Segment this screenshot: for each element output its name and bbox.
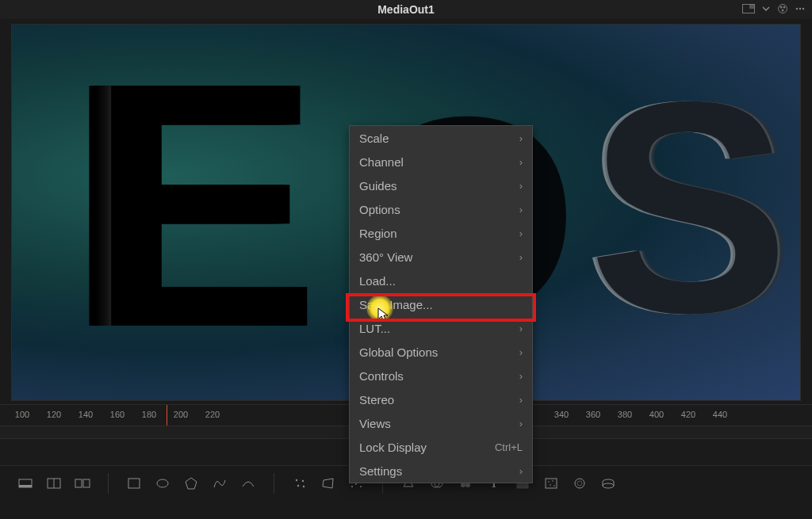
menu-item-options[interactable]: Options› xyxy=(350,197,532,221)
svg-point-26 xyxy=(351,486,353,487)
menu-item-settings[interactable]: Settings› xyxy=(350,459,532,483)
subview-icon[interactable] xyxy=(742,3,755,16)
menu-item-load[interactable]: Load... xyxy=(350,269,532,292)
chevron-down-icon[interactable] xyxy=(761,3,771,16)
svg-rect-1 xyxy=(749,5,754,9)
menu-item-guides[interactable]: Guides› xyxy=(350,174,532,197)
svg-rect-14 xyxy=(75,479,82,487)
titlebar-tools xyxy=(742,0,806,19)
svg-point-8 xyxy=(802,7,804,9)
menu-item-label: Guides xyxy=(359,179,513,193)
menu-item-label: Scale xyxy=(359,132,513,145)
ruler-tick: 420 xyxy=(681,410,695,419)
viewer-title: MediaOut1 xyxy=(377,3,435,16)
svg-point-2 xyxy=(779,4,787,13)
chevron-right-icon: › xyxy=(519,370,523,382)
menu-item-stereo[interactable]: Stereo› xyxy=(350,387,532,411)
menu-item-region[interactable]: Region› xyxy=(350,221,532,245)
color-inspector-icon[interactable] xyxy=(777,3,788,17)
toolbar-group xyxy=(8,472,100,494)
blur-button[interactable] xyxy=(569,472,591,494)
titlebar: MediaOut1 xyxy=(0,0,812,19)
ruler-tick: 200 xyxy=(174,410,188,419)
options-dots-icon[interactable] xyxy=(795,3,806,17)
ruler-tick: 400 xyxy=(649,410,664,419)
menu-item-label: Stereo xyxy=(359,393,513,406)
svg-point-41 xyxy=(603,483,614,488)
menu-item-scale[interactable]: Scale› xyxy=(350,126,532,150)
chevron-right-icon: › xyxy=(519,465,523,477)
chevron-right-icon: › xyxy=(519,204,523,216)
chevron-right-icon: › xyxy=(519,346,523,358)
menu-item-label: Views xyxy=(359,417,513,430)
ruler-tick: 100 xyxy=(15,410,29,419)
svg-point-6 xyxy=(796,7,798,9)
menu-item-lock-display[interactable]: Lock DisplayCtrl+L xyxy=(350,435,532,459)
tracker-button[interactable] xyxy=(289,472,311,494)
menu-item-label: Controls xyxy=(359,369,513,383)
menu-item-channel[interactable]: Channel› xyxy=(350,150,532,174)
chevron-right-icon: › xyxy=(519,227,523,239)
ruler-tick: 120 xyxy=(47,410,61,419)
svg-point-39 xyxy=(575,479,584,488)
ruler-tick: 380 xyxy=(618,410,632,419)
ellipse-mask-button[interactable] xyxy=(151,472,174,494)
svg-point-5 xyxy=(782,9,784,11)
svg-point-4 xyxy=(783,6,786,8)
menu-item-save-image[interactable]: Save Image... xyxy=(350,292,532,316)
svg-rect-34 xyxy=(546,479,557,488)
menu-item-views[interactable]: Views› xyxy=(350,411,532,435)
menu-item-controls[interactable]: Controls› xyxy=(350,364,532,387)
svg-point-35 xyxy=(548,481,550,483)
svg-point-17 xyxy=(157,479,168,487)
chevron-right-icon: › xyxy=(519,322,523,334)
toolbar-group xyxy=(117,472,266,494)
menu-item-label: Lock Display xyxy=(359,441,495,454)
pRender-button[interactable] xyxy=(597,472,619,494)
svg-point-21 xyxy=(303,486,304,487)
chevron-right-icon: › xyxy=(519,132,523,144)
ruler-tick: 220 xyxy=(205,410,220,419)
chevron-right-icon: › xyxy=(519,180,523,192)
bitmap-mask-button[interactable] xyxy=(237,472,259,494)
menu-item-label: Region xyxy=(359,227,513,240)
menu-item-label: Load... xyxy=(359,274,523,288)
menu-item-lut[interactable]: LUT...› xyxy=(350,316,532,340)
split-view-button[interactable] xyxy=(43,472,65,494)
bspline-mask-button[interactable] xyxy=(209,472,231,494)
display-mode-button[interactable] xyxy=(14,472,36,494)
menu-item-label: Save Image... xyxy=(359,298,523,311)
svg-point-40 xyxy=(577,481,582,486)
menu-item-label: LUT... xyxy=(359,322,513,335)
playhead[interactable] xyxy=(167,405,167,426)
svg-point-36 xyxy=(552,480,553,482)
chevron-right-icon: › xyxy=(519,394,523,406)
menu-item-global-options[interactable]: Global Options› xyxy=(350,340,532,364)
menu-item-label: Options xyxy=(359,203,513,216)
svg-point-7 xyxy=(799,7,801,9)
svg-point-20 xyxy=(297,485,299,487)
planar-tracker-button[interactable] xyxy=(317,472,339,494)
svg-rect-16 xyxy=(128,479,140,488)
ruler-tick: 140 xyxy=(79,410,93,419)
fast-noise-button[interactable] xyxy=(540,472,562,494)
svg-rect-11 xyxy=(19,485,32,487)
ruler-tick: 360 xyxy=(586,410,600,419)
viewer-context-menu: Scale›Channel›Guides›Options›Region›360°… xyxy=(349,125,533,483)
ruler-tick: 180 xyxy=(142,410,156,419)
menu-item-360-view[interactable]: 360° View› xyxy=(350,245,532,269)
svg-point-3 xyxy=(780,6,783,8)
menu-item-label: Settings xyxy=(359,464,513,478)
svg-point-38 xyxy=(553,485,555,487)
menu-item-label: Channel xyxy=(359,155,513,169)
svg-point-37 xyxy=(550,484,551,486)
dual-view-button[interactable] xyxy=(71,472,94,494)
ruler-tick: 160 xyxy=(110,410,124,419)
toolbar-separator xyxy=(108,473,109,494)
chevron-right-icon: › xyxy=(519,156,523,168)
chevron-right-icon: › xyxy=(519,251,523,263)
polygon-mask-button[interactable] xyxy=(180,472,202,494)
preview-letter-s: S xyxy=(588,72,789,343)
rectangle-mask-button[interactable] xyxy=(123,472,145,494)
menu-item-label: 360° View xyxy=(359,250,513,264)
